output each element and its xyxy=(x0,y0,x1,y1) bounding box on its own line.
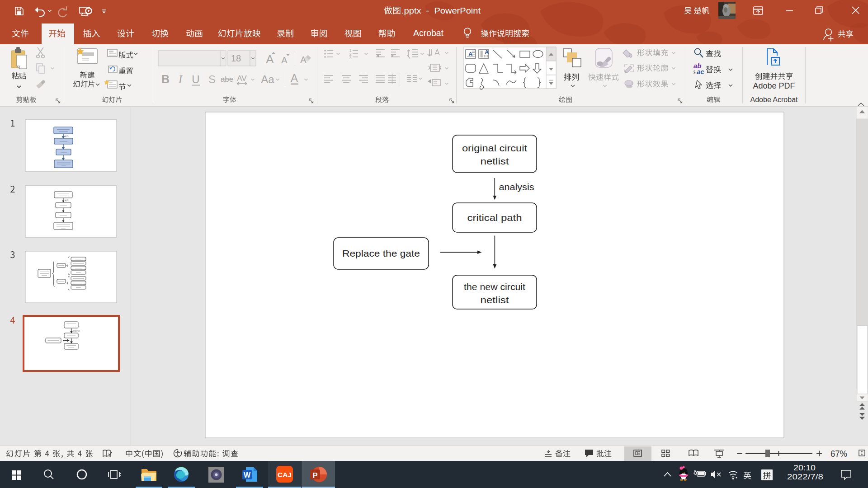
svg-text:.pptx - PowerPoint: .pptx - PowerPoint xyxy=(401,6,481,15)
svg-text:Replace the gate: Replace the gate xyxy=(342,248,420,258)
svg-text:Acrobat: Acrobat xyxy=(413,28,443,38)
svg-text:18: 18 xyxy=(231,53,241,63)
svg-text:P: P xyxy=(313,472,318,479)
svg-text:the new circuit: the new circuit xyxy=(464,282,525,292)
svg-text:Aa: Aa xyxy=(261,73,274,85)
svg-text:original circuit: original circuit xyxy=(462,143,527,153)
svg-text:W: W xyxy=(244,471,251,479)
svg-text:A: A xyxy=(281,55,288,65)
svg-text:analysis: analysis xyxy=(499,182,534,192)
svg-text:A: A xyxy=(485,49,489,56)
svg-text:CAJ: CAJ xyxy=(278,471,292,479)
svg-text:critical path: critical path xyxy=(467,212,522,223)
svg-text:netlist: netlist xyxy=(481,156,509,166)
svg-text:B: B xyxy=(161,73,170,85)
svg-text:U: U xyxy=(192,73,199,85)
svg-text:Adobe PDF: Adobe PDF xyxy=(753,81,795,90)
svg-text:2022/7/8: 2022/7/8 xyxy=(787,473,823,481)
svg-text:3: 3 xyxy=(349,56,351,60)
svg-text:analysis: analysis xyxy=(73,330,80,332)
svg-text:A: A xyxy=(266,52,274,66)
svg-text:netlist: netlist xyxy=(481,295,509,305)
svg-text:A: A xyxy=(291,72,298,84)
svg-text:ac: ac xyxy=(697,68,704,75)
svg-text:20:10: 20:10 xyxy=(793,464,816,472)
svg-text:AV: AV xyxy=(237,74,247,83)
svg-text:Adobe Acrobat: Adobe Acrobat xyxy=(750,96,798,103)
svg-text:67%: 67% xyxy=(830,448,847,459)
svg-text:S: S xyxy=(208,73,216,85)
